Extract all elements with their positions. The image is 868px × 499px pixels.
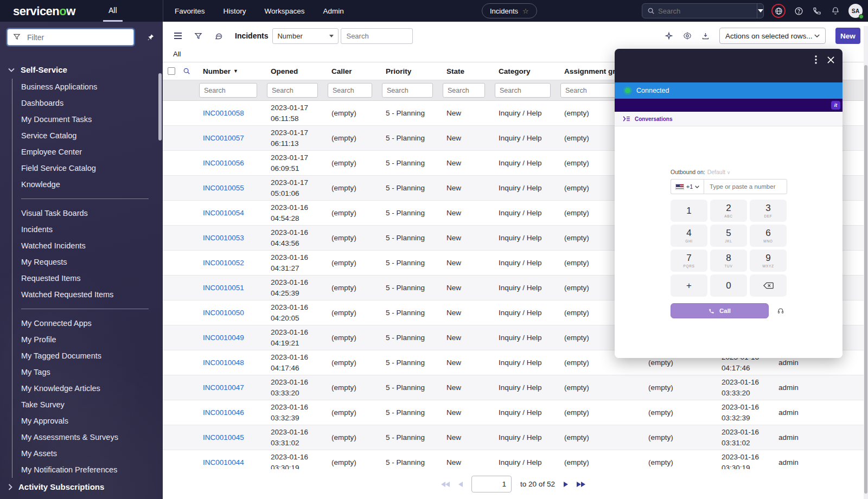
new-button[interactable]: New [835, 28, 860, 44]
phone-number-input[interactable] [704, 179, 787, 194]
dial-key-1[interactable]: 1 [671, 200, 707, 222]
breadcrumb-all[interactable]: All [173, 50, 181, 58]
actions-dropdown[interactable]: Actions on selected rows... [719, 28, 826, 44]
dial-key-8[interactable]: 8TUV [710, 250, 747, 272]
sidebar-item-employee-center[interactable]: Employee Center [12, 144, 163, 160]
sidebar-filter-input[interactable] [7, 29, 134, 46]
sidebar-item-my-profile[interactable]: My Profile [12, 331, 163, 348]
sidebar-item-my-requests[interactable]: My Requests [12, 254, 163, 270]
sidebar-item-my-assessments-surveys[interactable]: My Assessments & Surveys [12, 429, 163, 445]
sidebar-item-knowledge[interactable]: Knowledge [12, 176, 163, 193]
incident-link[interactable]: INC0010052 [203, 259, 244, 267]
incident-link[interactable]: INC0010054 [203, 209, 244, 217]
sidebar-item-visual-task-boards[interactable]: Visual Task Boards [12, 205, 163, 221]
incident-link[interactable]: INC0010058 [203, 109, 244, 117]
column-search-caller[interactable] [328, 83, 372, 98]
column-header-caller[interactable]: Caller [323, 67, 377, 75]
sidebar-item-my-connected-apps[interactable]: My Connected Apps [12, 315, 163, 331]
globe-record-icon[interactable] [771, 4, 786, 18]
dial-key-7[interactable]: 7PQRS [671, 250, 707, 272]
chat-icon[interactable] [214, 32, 223, 40]
conversations-tab[interactable]: Conversations [615, 112, 843, 126]
column-search-number[interactable] [199, 83, 257, 98]
incident-link[interactable]: INC0010048 [203, 359, 244, 367]
column-header-number[interactable]: Number▼ [194, 67, 262, 75]
sidebar-section-self-service[interactable]: Self-Service [0, 61, 163, 79]
sidebar-item-watched-requested-items[interactable]: Watched Requested Items [12, 286, 163, 303]
incident-link[interactable]: INC0010047 [203, 383, 244, 392]
sidebar-scrollbar-thumb[interactable] [158, 73, 162, 140]
search-field-select[interactable]: Number [272, 28, 339, 44]
main-scrollbar-thumb[interactable] [864, 65, 867, 494]
notifications-bell-icon[interactable] [830, 5, 841, 16]
select-all-checkbox[interactable] [168, 67, 175, 75]
star-icon[interactable]: ☆ [522, 7, 529, 15]
dial-key-0[interactable]: 0 [710, 274, 747, 297]
dial-key-2[interactable]: 2ABC [710, 200, 747, 222]
sidebar-item-service-catalog[interactable]: Service Catalog [12, 127, 163, 144]
top-nav-admin[interactable]: Admin [323, 7, 344, 15]
column-search-state[interactable] [443, 83, 485, 98]
incident-link[interactable]: INC0010051 [203, 284, 244, 292]
list-filter-icon[interactable] [194, 32, 202, 40]
dial-key-5[interactable]: 5JKL [710, 225, 747, 247]
list-menu-icon[interactable] [174, 32, 182, 40]
column-header-category[interactable]: Category [490, 67, 556, 75]
last-page-icon[interactable] [577, 482, 585, 487]
top-nav-favorites[interactable]: Favorites [175, 7, 205, 15]
backspace-key[interactable] [750, 274, 787, 297]
dial-key-6[interactable]: 6MNO [750, 225, 787, 247]
sidebar-item-my-notification-preferences[interactable]: My Notification Preferences [12, 462, 163, 478]
sidebar-item-my-tagged-documents[interactable]: My Tagged Documents [12, 348, 163, 364]
sidebar-item-dashboards[interactable]: Dashboards [12, 95, 163, 111]
kebab-menu-icon[interactable] [811, 55, 821, 65]
help-icon[interactable] [793, 5, 804, 16]
sidebar-item-incidents[interactable]: Incidents [12, 221, 163, 238]
sidebar-item-my-approvals[interactable]: My Approvals [12, 413, 163, 429]
headset-icon[interactable] [774, 304, 787, 317]
top-nav-history[interactable]: History [224, 7, 246, 15]
pin-sidebar-icon[interactable] [143, 30, 157, 44]
incident-link[interactable]: INC0010044 [203, 458, 244, 466]
page-number-input[interactable] [471, 476, 512, 492]
close-icon[interactable] [825, 54, 836, 65]
sidebar-item-field-service-catalog[interactable]: Field Service Catalog [12, 160, 163, 176]
sidebar-item-business-applications[interactable]: Business Applications [12, 79, 163, 95]
it-badge[interactable]: it [831, 101, 840, 110]
dial-key-plus[interactable]: + [671, 274, 707, 297]
incident-link[interactable]: INC0010056 [203, 159, 244, 167]
dial-key-4[interactable]: 4GHI [671, 225, 707, 247]
incident-link[interactable]: INC0010049 [203, 334, 244, 342]
column-search-toggle[interactable] [179, 67, 194, 75]
prev-page-icon[interactable] [458, 482, 463, 487]
incidents-pill[interactable]: Incidents ☆ [482, 3, 537, 18]
column-search-opened[interactable] [267, 83, 318, 98]
top-nav-workspaces[interactable]: Workspaces [265, 7, 305, 15]
global-search-input[interactable] [655, 7, 757, 15]
ai-sparkle-icon[interactable] [665, 31, 673, 40]
next-page-icon[interactable] [564, 482, 568, 487]
sidebar-item-requested-items[interactable]: Requested Items [12, 270, 163, 286]
gear-icon[interactable] [683, 31, 692, 40]
phone-icon[interactable] [812, 5, 822, 16]
column-header-state[interactable]: State [438, 67, 490, 75]
column-header-priority[interactable]: Priority [377, 67, 438, 75]
first-page-icon[interactable] [441, 482, 450, 487]
sidebar-section-agent-schedule[interactable]: Agent Schedule [0, 496, 163, 499]
user-avatar[interactable]: SA [848, 4, 863, 18]
sidebar-item-my-knowledge-articles[interactable]: My Knowledge Articles [12, 380, 163, 396]
incident-link[interactable]: INC0010046 [203, 408, 244, 417]
sidebar-item-my-tags[interactable]: My Tags [12, 364, 163, 380]
download-icon[interactable] [701, 32, 710, 40]
country-code-select[interactable]: +1 [671, 179, 704, 194]
sidebar-item-take-survey[interactable]: Take Survey [12, 396, 163, 413]
column-search-category[interactable] [495, 83, 551, 98]
incident-link[interactable]: INC0010053 [203, 234, 244, 242]
incident-link[interactable]: INC0010055 [203, 184, 244, 192]
outbound-line-select[interactable]: Default [707, 169, 725, 175]
list-search-input[interactable] [341, 28, 413, 44]
global-search[interactable] [642, 3, 764, 18]
tab-all-menu[interactable]: All [103, 0, 123, 22]
sidebar-item-my-assets[interactable]: My Assets [12, 445, 163, 462]
search-scope-dropdown[interactable] [757, 3, 763, 18]
